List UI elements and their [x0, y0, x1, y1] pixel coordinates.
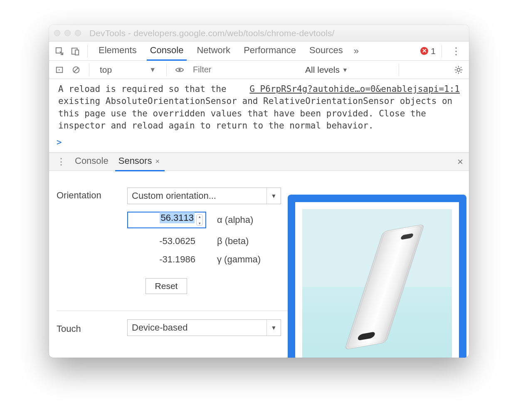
svg-point-7	[457, 68, 460, 71]
stepper-icon[interactable]: ▴▾	[196, 214, 203, 226]
tab-performance[interactable]: Performance	[239, 42, 301, 60]
separator	[442, 45, 442, 57]
alpha-input[interactable]: 56.3113 ▴▾	[127, 212, 206, 228]
window-title: DevTools - developers.google.com/web/too…	[89, 28, 464, 38]
console-message: A reload is required so that the G P6rpR…	[58, 83, 460, 132]
clear-console-icon[interactable]	[70, 64, 82, 76]
more-tabs-chevron[interactable]: »	[351, 46, 361, 57]
touch-label: Touch	[57, 321, 115, 334]
device-toggle-icon[interactable]	[69, 45, 81, 57]
drawer-tabstrip: ⋮ Console Sensors × ×	[49, 153, 469, 171]
context-label: top	[100, 65, 112, 75]
chevron-down-icon: ▼	[266, 188, 281, 204]
reset-button[interactable]: Reset	[146, 278, 187, 294]
traffic-zoom[interactable]	[75, 30, 81, 36]
separator	[87, 45, 88, 57]
gamma-label: γ (gamma)	[217, 254, 261, 265]
main-menu-kebab[interactable]: ⋮	[448, 45, 465, 57]
gamma-value[interactable]: -31.1986	[127, 254, 206, 265]
console-messages: A reload is required so that the G P6rpR…	[49, 79, 469, 135]
live-expressions-icon[interactable]	[173, 64, 186, 76]
tab-elements[interactable]: Elements	[94, 42, 142, 60]
orientation-label: Orientation	[57, 188, 115, 201]
touch-select-value: Device-based	[132, 322, 188, 333]
beta-label: β (beta)	[217, 236, 249, 247]
separator	[166, 64, 167, 76]
alpha-value: 56.3113	[160, 212, 195, 223]
separator	[89, 64, 89, 76]
prompt-chevron-icon: >	[57, 137, 62, 147]
chevron-down-icon: ▼	[342, 67, 348, 73]
touch-select[interactable]: Device-based ▼	[127, 319, 281, 336]
separator	[399, 64, 399, 76]
log-levels-select[interactable]: All levels ▼	[305, 65, 348, 75]
execution-context-select[interactable]: top ▼	[96, 63, 160, 77]
tab-console[interactable]: Console	[145, 42, 189, 60]
drawer-close-icon[interactable]: ×	[456, 156, 465, 168]
chevron-down-icon: ▼	[266, 320, 281, 336]
orientation-preview-highlight	[288, 195, 466, 358]
levels-label: All levels	[305, 65, 340, 75]
traffic-close[interactable]	[54, 30, 60, 36]
console-toolbar: top ▼ All levels ▼	[49, 61, 469, 79]
alpha-label: α (alpha)	[217, 215, 253, 225]
svg-rect-2	[75, 50, 79, 55]
orientation-select-value: Custom orientation...	[132, 190, 216, 201]
drawer-tab-sensors[interactable]: Sensors ×	[114, 152, 165, 171]
inspect-icon[interactable]	[53, 45, 66, 57]
window-titlebar: DevTools - developers.google.com/web/too…	[49, 25, 469, 42]
tab-network[interactable]: Network	[192, 42, 235, 60]
close-tab-icon[interactable]: ×	[155, 157, 162, 166]
svg-line-5	[74, 67, 79, 72]
console-source-link[interactable]: G P6rpRSr4g?autohide…o=0&enablejsapi=1:1	[249, 83, 460, 95]
msg-text: existing AbsoluteOrientationSensor and R…	[58, 96, 452, 131]
error-count: 1	[431, 46, 436, 56]
console-settings-gear-icon[interactable]	[452, 64, 465, 76]
console-prompt[interactable]: >	[49, 135, 469, 153]
traffic-lights	[54, 30, 81, 36]
orientation-select[interactable]: Custom orientation... ▼	[127, 188, 281, 204]
drawer-menu-kebab[interactable]: ⋮	[53, 156, 69, 167]
svg-point-6	[178, 69, 181, 71]
devtools-window: DevTools - developers.google.com/web/too…	[49, 25, 469, 358]
beta-value[interactable]: -53.0625	[127, 236, 206, 247]
error-badge[interactable]: ✕ 1	[420, 46, 436, 56]
chevron-down-icon: ▼	[149, 66, 156, 74]
orientation-3d-preview[interactable]	[302, 209, 452, 358]
error-icon: ✕	[420, 47, 428, 55]
console-filter-input[interactable]	[190, 64, 301, 76]
traffic-minimize[interactable]	[64, 30, 71, 36]
drawer-tab-label: Sensors	[118, 156, 152, 166]
tab-sources[interactable]: Sources	[304, 42, 348, 60]
drawer-tab-console[interactable]: Console	[71, 152, 113, 171]
console-sidebar-toggle-icon[interactable]	[53, 64, 66, 76]
main-tabstrip: Elements Console Network Performance Sou…	[49, 42, 469, 61]
msg-text: A reload is required so that the	[58, 84, 227, 94]
